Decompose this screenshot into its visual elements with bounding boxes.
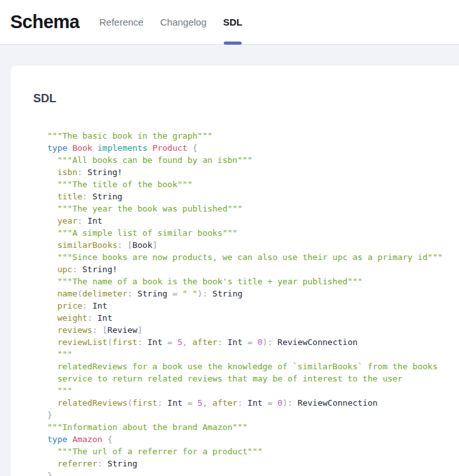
code-line: name(delimeter: String = " "): String [47, 288, 446, 300]
code-line: """The name of a book is the book's titl… [47, 275, 446, 288]
code-line: title: String [47, 190, 446, 203]
tab-changelog-label: Changelog [160, 17, 206, 27]
code-line: reviews: [Review] [47, 324, 446, 336]
code-line: relatedReviews(first: Int = 5, after: In… [47, 397, 446, 409]
sdl-code-block: """The basic book in the graph"""type Bo… [47, 130, 446, 476]
page-title: Schema [10, 12, 79, 33]
code-line: """The basic book in the graph""" [47, 130, 446, 142]
code-line: """All books can be found by an isbn""" [47, 154, 446, 166]
code-line: """The url of a referrer for a product""… [47, 445, 446, 457]
code-line: type Book implements Product { [47, 142, 446, 154]
sdl-card: SDL """The basic book in the graph"""typ… [11, 66, 459, 476]
code-line: price: Int [47, 300, 446, 312]
code-line: type Amazon { [47, 433, 446, 445]
tab-sdl[interactable]: SDL [215, 0, 251, 44]
code-line: weight: Int [47, 312, 446, 324]
sdl-card-heading: SDL [33, 92, 446, 105]
code-line: year: Int [47, 215, 446, 227]
code-line: similarBooks: [Book] [47, 239, 446, 251]
code-line: """The year the book was published""" [47, 203, 446, 215]
code-line: referrer: String [47, 457, 446, 470]
code-line: relatedReviews for a book use the knowle… [47, 360, 446, 372]
tab-reference[interactable]: Reference [91, 0, 152, 44]
code-line: reviewList(first: Int = 5, after: Int = … [47, 336, 446, 348]
tab-bar: Reference Changelog SDL [91, 0, 251, 44]
code-line: service to return related reviews that m… [47, 372, 446, 385]
code-line: upc: String! [47, 263, 446, 275]
tab-sdl-label: SDL [223, 17, 242, 27]
tab-reference-label: Reference [99, 17, 143, 27]
code-line: """ [47, 385, 446, 397]
page-header: Schema Reference Changelog SDL [0, 0, 459, 45]
code-line: """Information about the brand Amazon""" [47, 421, 446, 433]
code-line: isbn: String! [47, 166, 446, 178]
code-line: """The title of the book""" [47, 178, 446, 190]
code-line: """A simple list of similar books""" [47, 227, 446, 239]
code-line: """ [47, 348, 446, 360]
active-tab-indicator [224, 42, 242, 45]
tab-changelog[interactable]: Changelog [152, 0, 215, 44]
code-line: """Since books are now products, we can … [47, 251, 446, 263]
code-line: } [47, 470, 446, 476]
code-line: } [47, 409, 446, 421]
